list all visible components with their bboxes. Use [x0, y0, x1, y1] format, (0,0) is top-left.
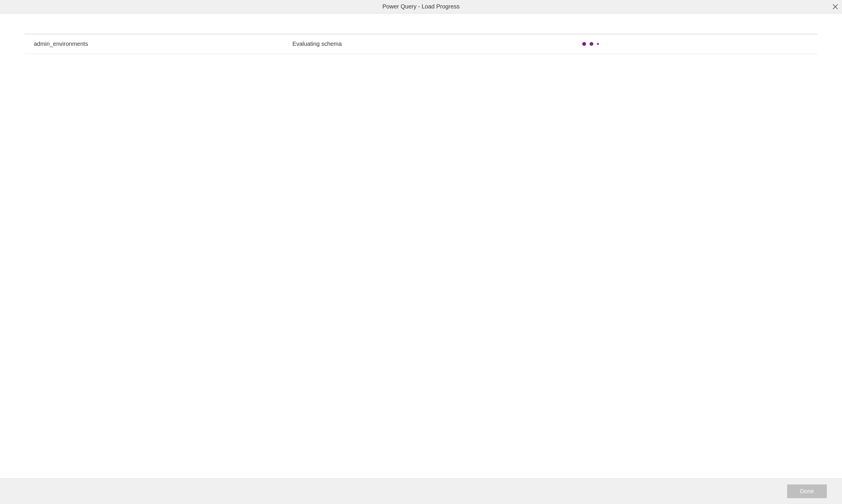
close-button[interactable] — [830, 2, 840, 12]
done-button[interactable]: Done — [787, 484, 827, 498]
query-status: Evaluating schema — [292, 40, 582, 47]
window-title: Power Query - Load Progress — [382, 3, 460, 10]
spinner-dot-icon — [597, 43, 599, 45]
content-area: admin_environments Evaluating schema — [0, 14, 842, 478]
progress-table: admin_environments Evaluating schema — [24, 34, 818, 54]
footer: Done — [0, 478, 842, 504]
query-name: admin_environments — [34, 40, 292, 47]
table-row: admin_environments Evaluating schema — [24, 34, 818, 54]
spinner-dot-icon — [582, 42, 586, 46]
spinner-dot-icon — [590, 42, 593, 46]
close-icon — [832, 4, 838, 10]
loading-spinner — [582, 42, 818, 46]
titlebar: Power Query - Load Progress — [0, 0, 842, 14]
